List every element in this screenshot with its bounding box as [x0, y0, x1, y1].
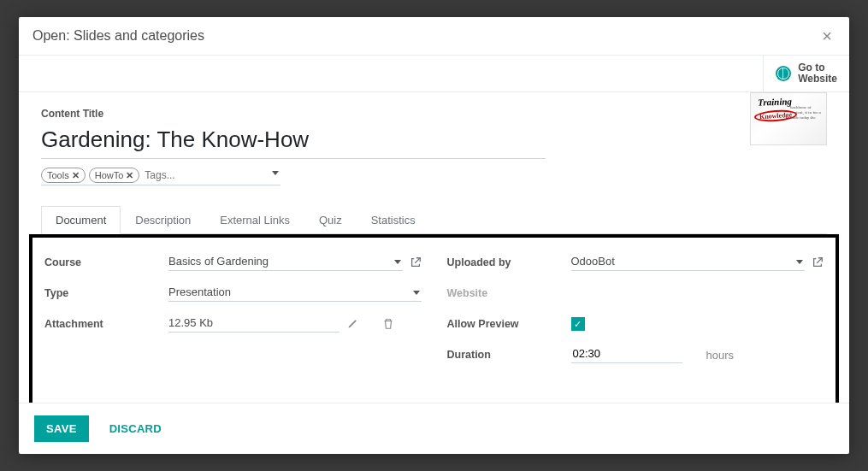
- website-row: Website: [447, 284, 824, 303]
- attachment-row: Attachment 12.95 Kb: [44, 315, 422, 333]
- discard-button[interactable]: DISCARD: [104, 421, 167, 436]
- go-to-website-label: Go to Website: [798, 62, 837, 85]
- content-area: Training Knowledge backbone of content, …: [19, 92, 849, 234]
- allow-preview-row: Allow Preview ✓: [447, 315, 824, 333]
- form-right-column: Uploaded by OdooBot W: [447, 253, 824, 376]
- content-title-label: Content Title: [41, 108, 827, 120]
- course-row: Course Basics of Gardening: [44, 253, 422, 272]
- duration-label: Duration: [447, 349, 571, 361]
- tags-field[interactable]: Tools ✕ HowTo ✕: [41, 168, 280, 185]
- attachment-value: 12.95 Kb: [168, 316, 213, 329]
- chevron-down-icon[interactable]: [272, 171, 279, 175]
- thumb-text-training: Training: [758, 97, 792, 108]
- trash-icon[interactable]: [382, 318, 394, 330]
- globe-icon: [776, 66, 791, 81]
- duration-row: Duration hours: [447, 345, 824, 364]
- type-value: Presentation: [168, 286, 231, 298]
- form-left-column: Course Basics of Gardening: [44, 253, 422, 376]
- modal-header: Open: Slides and categories ×: [19, 17, 849, 56]
- attachment-label: Attachment: [44, 318, 168, 330]
- tag-label: HowTo: [95, 170, 124, 180]
- document-form-panel: Course Basics of Gardening: [29, 234, 839, 403]
- tag-remove-icon[interactable]: ✕: [126, 170, 133, 181]
- modal-title: Open: Slides and categories: [32, 28, 204, 44]
- duration-input[interactable]: [571, 346, 682, 363]
- allow-preview-checkbox[interactable]: ✓: [571, 317, 585, 331]
- modal-body: Go to Website Training Knowledge backbon…: [19, 56, 849, 403]
- tags-input[interactable]: [143, 168, 280, 182]
- content-title-input[interactable]: [41, 123, 546, 159]
- tab-statistics[interactable]: Statistics: [357, 206, 430, 234]
- tag-chip: HowTo ✕: [89, 168, 140, 183]
- pencil-icon[interactable]: [346, 318, 358, 330]
- attachment-field[interactable]: 12.95 Kb: [168, 316, 340, 333]
- thumb-text-body: backbone of content, it to for a trade t…: [790, 105, 824, 121]
- content-thumbnail[interactable]: Training Knowledge backbone of content, …: [750, 92, 827, 145]
- type-label: Type: [44, 287, 168, 299]
- type-select[interactable]: Presentation: [168, 286, 422, 302]
- go-to-website-button[interactable]: Go to Website: [763, 56, 849, 91]
- uploaded-by-select[interactable]: OdooBot: [571, 255, 806, 271]
- duration-unit: hours: [706, 349, 735, 362]
- course-value: Basics of Gardening: [168, 255, 269, 268]
- save-button[interactable]: SAVE: [34, 415, 89, 442]
- chevron-down-icon[interactable]: [796, 260, 803, 264]
- uploaded-by-value: OdooBot: [571, 255, 615, 268]
- tab-description[interactable]: Description: [121, 206, 205, 234]
- type-row: Type Presentation: [44, 284, 422, 303]
- chevron-down-icon[interactable]: [413, 291, 420, 295]
- tab-bar: Document Description External Links Quiz…: [41, 206, 827, 234]
- tag-label: Tools: [47, 170, 69, 180]
- external-link-icon[interactable]: [410, 256, 422, 268]
- allow-preview-label: Allow Preview: [447, 318, 571, 330]
- close-icon[interactable]: ×: [822, 27, 832, 44]
- action-bar: Go to Website: [19, 56, 849, 92]
- chevron-down-icon[interactable]: [394, 260, 401, 264]
- modal-dialog: Open: Slides and categories × Go to Webs…: [19, 17, 849, 454]
- tab-external-links[interactable]: External Links: [205, 206, 304, 234]
- course-select[interactable]: Basics of Gardening: [168, 255, 403, 271]
- course-label: Course: [44, 256, 168, 268]
- modal-footer: SAVE DISCARD: [19, 403, 849, 454]
- tag-chip: Tools ✕: [41, 168, 86, 183]
- website-label: Website: [447, 287, 571, 299]
- tab-quiz[interactable]: Quiz: [304, 206, 357, 234]
- uploaded-by-label: Uploaded by: [447, 256, 571, 268]
- tag-remove-icon[interactable]: ✕: [72, 170, 80, 181]
- uploaded-by-row: Uploaded by OdooBot: [447, 253, 824, 272]
- tab-document[interactable]: Document: [41, 206, 121, 234]
- external-link-icon[interactable]: [812, 256, 824, 268]
